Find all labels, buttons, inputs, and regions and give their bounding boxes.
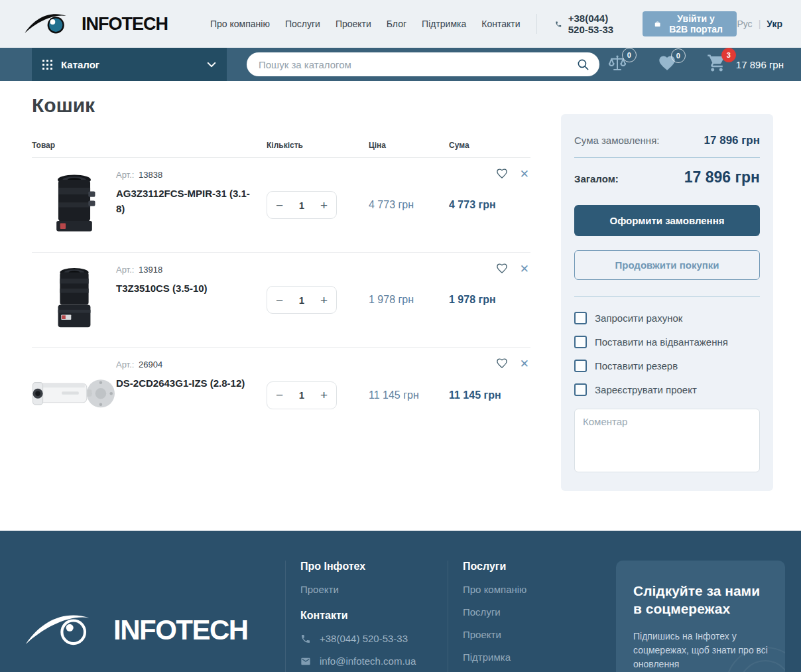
footer-link-services[interactable]: Послуги	[463, 606, 613, 618]
footer-brand-name: INFOTECH	[113, 614, 248, 646]
search-button[interactable]	[570, 52, 595, 76]
cart-icon-wrap: 3	[707, 53, 727, 76]
footer-link-projects[interactable]: Проекти	[300, 584, 448, 595]
checkbox-label: Зареєструвати проект	[595, 384, 697, 395]
product-image[interactable]	[50, 172, 99, 237]
cart-count-badge: 3	[721, 48, 736, 62]
row-actions: ✕	[495, 357, 529, 371]
remove-item-button[interactable]: ✕	[520, 263, 529, 275]
option-request-invoice[interactable]: Запросити рахунок	[574, 312, 760, 324]
header-phone-link[interactable]: +38(044) 520-53-33	[555, 13, 623, 35]
order-options: Запросити рахунок Поставити на відвантаж…	[574, 312, 760, 396]
footer-link-about-company[interactable]: Про компанію	[463, 584, 613, 595]
qty-increase-button[interactable]: +	[320, 389, 328, 401]
qty-increase-button[interactable]: +	[320, 294, 328, 306]
add-to-wishlist-button[interactable]	[495, 262, 509, 276]
summary-divider	[574, 296, 760, 297]
brand-name: INFOTECH	[82, 14, 168, 34]
nav-about[interactable]: Про компанію	[210, 19, 270, 29]
checkbox-label: Поставити резерв	[595, 360, 678, 371]
phone-icon	[300, 634, 311, 644]
footer-logo[interactable]: INFOTECH	[23, 561, 285, 660]
product-info: Арт.: 26904 DS-2CD2643G1-IZS (2.8-12)	[116, 348, 267, 391]
remove-item-button[interactable]: ✕	[520, 358, 529, 370]
quantity-stepper: − +	[267, 286, 337, 314]
brand-logo[interactable]: INFOTECH	[23, 9, 168, 39]
qty-decrease-button[interactable]: −	[276, 389, 283, 401]
qty-decrease-button[interactable]: −	[276, 199, 283, 212]
eye-logo-icon	[23, 9, 75, 39]
checkbox[interactable]	[574, 312, 587, 324]
cart-button[interactable]: 3 17 896 грн	[707, 53, 784, 76]
search-input[interactable]	[247, 52, 599, 76]
cart-total-amount: 17 896 грн	[736, 59, 784, 70]
cart-row-lens-t3z: Арт.: 13918 T3Z3510CS (3.5-10) − + 1 978…	[32, 253, 530, 348]
qty-input[interactable]	[292, 200, 311, 211]
subtotal-value: 17 896 грн	[704, 134, 760, 147]
row-actions: ✕	[495, 167, 529, 181]
checkout-button[interactable]: Оформити замовлення	[574, 205, 760, 236]
catalog-button[interactable]: Каталог	[32, 48, 227, 81]
envelope-icon	[300, 656, 311, 667]
footer-about-heading: Про Інфотех	[300, 561, 448, 572]
product-name-link[interactable]: AG3Z3112FCS-MPIR-31 (3.1-8)	[116, 186, 257, 216]
nav-support[interactable]: Підтримка	[422, 19, 466, 29]
option-set-reserve[interactable]: Поставити резерв	[574, 360, 760, 372]
option-register-project[interactable]: Зареєструвати проект	[574, 383, 760, 396]
footer-email-link[interactable]: info@infotech.com.ua	[300, 655, 448, 667]
nav-blog[interactable]: Блог	[387, 19, 406, 29]
row-actions: ✕	[495, 262, 529, 276]
footer-link-support[interactable]: Підтримка	[463, 651, 613, 663]
wishlist-button[interactable]: 0	[658, 54, 676, 75]
nav-contacts[interactable]: Контакти	[481, 19, 520, 29]
b2b-login-button[interactable]: Увійти у B2B портал	[643, 11, 737, 36]
qty-input[interactable]	[292, 389, 311, 401]
briefcase-icon	[654, 19, 660, 29]
page-title: Кошик	[32, 94, 530, 117]
nav-projects[interactable]: Проекти	[336, 19, 371, 29]
subtotal-row: Сума замовлення: 17 896 грн	[574, 123, 760, 157]
product-image[interactable]	[54, 266, 95, 334]
qty-decrease-button[interactable]: −	[276, 294, 283, 306]
nav-services[interactable]: Послуги	[285, 19, 320, 29]
line-sum: 11 145 грн	[446, 389, 530, 401]
article-number: 13918	[139, 265, 162, 275]
unit-price: 1 978 грн	[366, 294, 446, 306]
checkbox-label: Запросити рахунок	[595, 312, 682, 324]
line-sum: 4 773 грн	[446, 199, 530, 211]
compare-button[interactable]: 0	[607, 53, 627, 76]
option-set-shipping[interactable]: Поставити на відвантаження	[574, 336, 760, 348]
order-summary-panel: Сума замовлення: 17 896 грн Загалом: 17 …	[561, 114, 773, 491]
product-name-link[interactable]: DS-2CD2643G1-IZS (2.8-12)	[116, 376, 257, 391]
product-image[interactable]	[32, 371, 117, 420]
qty-increase-button[interactable]: +	[320, 199, 328, 212]
catalog-bar: Каталог	[0, 48, 801, 81]
add-to-wishlist-button[interactable]	[495, 167, 509, 181]
header-action-icons: 0 0 3 17 896 грн	[607, 53, 784, 76]
footer-services-column: Послуги Про компанію Послуги Проекти Під…	[448, 561, 613, 672]
cart-section: Кошик Товар Кількість Ціна Сума	[32, 81, 530, 531]
checkbox[interactable]	[574, 336, 587, 348]
quantity-stepper: − +	[267, 191, 337, 219]
footer-phone-link[interactable]: +38(044) 520-53-33	[300, 633, 448, 644]
catalog-search	[247, 52, 599, 76]
lang-ukr[interactable]: Укр	[767, 19, 782, 29]
phone-icon	[555, 19, 562, 30]
cart-table-header: Товар Кількість Ціна Сума	[32, 141, 530, 158]
remove-item-button[interactable]: ✕	[520, 168, 529, 180]
add-to-wishlist-button[interactable]	[495, 357, 509, 371]
compare-count-badge: 0	[622, 48, 637, 62]
col-product: Товар	[32, 141, 116, 150]
wishlist-count-badge: 0	[671, 48, 686, 63]
product-name-link[interactable]: T3Z3510CS (3.5-10)	[116, 281, 257, 297]
checkbox[interactable]	[574, 360, 587, 372]
qty-input[interactable]	[292, 295, 311, 306]
col-sum: Сума	[446, 141, 530, 150]
lang-rus[interactable]: Рус	[737, 19, 752, 29]
unit-price: 4 773 грн	[366, 199, 446, 211]
product-info: Арт.: 13838 AG3Z3112FCS-MPIR-31 (3.1-8)	[116, 158, 267, 216]
footer-link-projects[interactable]: Проекти	[463, 629, 613, 640]
checkbox[interactable]	[574, 383, 587, 396]
continue-shopping-button[interactable]: Продовжити покупки	[574, 250, 760, 280]
comment-textarea[interactable]	[574, 409, 760, 472]
